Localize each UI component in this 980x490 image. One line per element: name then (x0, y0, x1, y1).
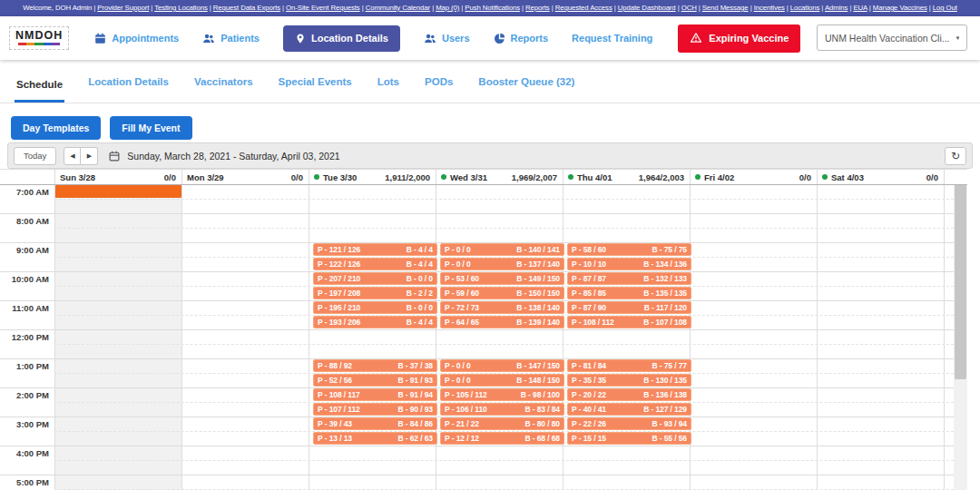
appointment-event[interactable]: P - 122 / 126B - 4 / 4 (313, 258, 437, 270)
appointment-event[interactable]: P - 88 / 92B - 37 / 38 (313, 359, 437, 372)
topbar-link-community-calendar[interactable]: Community Calendar (366, 4, 430, 12)
appointment-event[interactable]: P - 22 / 26B - 93 / 94 (567, 417, 691, 430)
tab-request-training[interactable]: Request Training (572, 33, 652, 44)
subtab-vaccinators[interactable]: Vaccinators (192, 76, 255, 103)
topbar-link-manage-vaccines[interactable]: Manage Vaccines (873, 4, 927, 12)
appointment-event[interactable]: P - 85 / 85B - 135 / 135 (567, 287, 691, 299)
topbar-link-request-data-exports[interactable]: Request Data Exports (213, 4, 280, 12)
appointment-event[interactable]: P - 121 / 126B - 4 / 4 (313, 243, 437, 256)
fill-my-event-button[interactable]: Fill My Event (110, 116, 191, 140)
day-header-tue-3-30[interactable]: Tue 3/301,911/2,000 (309, 170, 436, 184)
tab-patients[interactable]: Patients (202, 33, 260, 44)
chevron-left-icon[interactable]: ◀ (64, 147, 81, 165)
appointment-event[interactable]: P - 0 / 0B - 147 / 150 (440, 359, 564, 372)
event-primary-count: P - 122 / 126 (318, 259, 360, 270)
appointment-event[interactable]: P - 21 / 22B - 80 / 80 (440, 417, 564, 430)
warning-triangle-icon (690, 32, 702, 45)
topbar-link-requested-access[interactable]: Requested Access (555, 4, 612, 12)
day-name-text: Sat 4/03 (831, 172, 864, 182)
day-count: 0/0 (799, 172, 811, 182)
topbar-link-och[interactable]: OCH (681, 4, 697, 12)
day-header-thu-4-01[interactable]: Thu 4/011,964/2,003 (563, 170, 690, 184)
subtab-location-details[interactable]: Location Details (86, 76, 171, 103)
appointment-event[interactable]: P - 72 / 73B - 138 / 140 (440, 301, 564, 314)
appointment-event[interactable]: P - 15 / 15B - 55 / 56 (567, 432, 691, 445)
appointment-event[interactable]: P - 81 / 84B - 75 / 77 (567, 359, 691, 372)
blocked-slot-event[interactable] (55, 185, 181, 198)
event-booster-count: B - 139 / 140 (516, 317, 560, 328)
day-header-sat-4-03[interactable]: Sat 4/030/0 (817, 170, 944, 184)
expiring-vaccine-button[interactable]: Expiring Vaccine (678, 24, 800, 53)
half-hour-line (54, 344, 967, 345)
topbar-link-update-dashboard[interactable]: Update Dashboard (618, 4, 676, 12)
topbar-link-reports[interactable]: Reports (525, 4, 550, 12)
appointment-event[interactable]: P - 105 / 112B - 98 / 100 (440, 388, 564, 401)
appointment-event[interactable]: P - 193 / 206B - 4 / 4 (313, 316, 437, 328)
topbar-link-provider-support[interactable]: Provider Support (97, 4, 149, 12)
topbar-link-log-out[interactable]: Log Out (933, 4, 957, 12)
vertical-scrollbar[interactable] (954, 170, 967, 490)
appointment-event[interactable]: P - 39 / 43B - 84 / 86 (313, 417, 437, 430)
topbar-link-admins[interactable]: Admins (825, 4, 848, 12)
appointment-event[interactable]: P - 0 / 0B - 137 / 140 (440, 258, 564, 270)
appointment-event[interactable]: P - 106 / 110B - 83 / 84 (440, 403, 564, 416)
header-column-border (563, 170, 564, 184)
day-count: 1,964/2,003 (639, 172, 684, 182)
topbar-link-on-site-event-requests[interactable]: On-Site Event Requests (286, 4, 359, 12)
nmdoh-logo: NMDOH (9, 26, 69, 50)
event-booster-count: B - 132 / 133 (643, 273, 687, 284)
appointment-event[interactable]: P - 12 / 12B - 68 / 68 (440, 432, 564, 445)
appointment-event[interactable]: P - 108 / 117B - 91 / 94 (313, 388, 437, 401)
subtab-booster-queue-32[interactable]: Booster Queue (32) (476, 76, 576, 103)
day-header-sun-3-28[interactable]: Sun 3/280/0 (54, 170, 181, 184)
link-separator: | (848, 4, 853, 12)
appointment-event[interactable]: P - 20 / 22B - 136 / 138 (567, 388, 691, 401)
refresh-button[interactable]: ↻ (945, 147, 966, 165)
chevron-right-icon[interactable]: ▶ (81, 147, 98, 165)
tab-appointments[interactable]: Appointments (94, 33, 179, 44)
day-templates-button[interactable]: Day Templates (11, 116, 101, 140)
tab-reports[interactable]: Reports (494, 33, 549, 44)
topbar-link-send-message[interactable]: Send Message (702, 4, 749, 12)
appointment-event[interactable]: P - 108 / 112B - 107 / 108 (567, 316, 691, 328)
clinic-select[interactable]: UNM Health Vaccination Cli... ▼ (817, 24, 967, 51)
today-button[interactable]: Today (14, 147, 56, 165)
tab-users[interactable]: Users (424, 33, 470, 44)
date-toolbar: Today ◀ ▶ Sunday, March 28, 2021 - Satur… (7, 142, 973, 169)
appointment-event[interactable]: P - 58 / 60B - 75 / 75 (567, 243, 691, 256)
appointment-event[interactable]: P - 207 / 210B - 0 / 0 (313, 272, 437, 285)
appointment-event[interactable]: P - 52 / 56B - 91 / 93 (313, 374, 437, 387)
topbar-link-eua[interactable]: EUA (853, 4, 867, 12)
day-header-wed-3-31[interactable]: Wed 3/311,969/2,007 (436, 170, 563, 184)
appointment-event[interactable]: P - 53 / 60B - 149 / 150 (440, 272, 564, 285)
event-booster-count: B - 4 / 4 (407, 259, 433, 270)
day-header-mon-3-29[interactable]: Mon 3/290/0 (181, 170, 309, 184)
appointment-event[interactable]: P - 87 / 87B - 132 / 133 (567, 272, 691, 285)
appointment-event[interactable]: P - 197 / 208B - 2 / 2 (313, 287, 437, 299)
appointment-event[interactable]: P - 195 / 210B - 0 / 0 (313, 301, 437, 314)
topbar-link-map-0[interactable]: Map (0) (436, 4, 459, 12)
appointment-event[interactable]: P - 40 / 41B - 127 / 129 (567, 403, 691, 416)
subtab-lots[interactable]: Lots (376, 76, 401, 103)
topbar-link-push-notifications[interactable]: Push Notifications (465, 4, 520, 12)
appointment-event[interactable]: P - 13 / 13B - 62 / 63 (313, 432, 437, 445)
event-booster-count: B - 135 / 135 (643, 288, 687, 299)
appointment-event[interactable]: P - 87 / 90B - 117 / 120 (567, 301, 691, 314)
appointment-event[interactable]: P - 107 / 112B - 90 / 93 (313, 403, 437, 416)
day-name: Mon 3/29 (187, 172, 224, 182)
topbar-link-testing-locations[interactable]: Testing Locations (154, 4, 208, 12)
appointment-event[interactable]: P - 0 / 0B - 140 / 141 (440, 243, 564, 256)
subtab-special-events[interactable]: Special Events (277, 76, 354, 103)
appointment-event[interactable]: P - 0 / 0B - 148 / 150 (440, 374, 564, 387)
tab-location-details[interactable]: Location Details (283, 25, 400, 52)
day-header-fri-4-02[interactable]: Fri 4/020/0 (690, 170, 817, 184)
topbar-link-incentives[interactable]: Incentives (754, 4, 785, 12)
appointment-event[interactable]: P - 10 / 10B - 134 / 136 (567, 258, 691, 270)
topbar-link-locations[interactable]: Locations (790, 4, 819, 12)
scrollbar-thumb[interactable] (955, 171, 966, 379)
appointment-event[interactable]: P - 64 / 65B - 139 / 140 (440, 316, 564, 328)
appointment-event[interactable]: P - 59 / 60B - 150 / 150 (440, 287, 564, 299)
appointment-event[interactable]: P - 35 / 35B - 130 / 135 (567, 374, 691, 387)
subtab-pods[interactable]: PODs (423, 76, 455, 103)
subtab-schedule[interactable]: Schedule (15, 79, 64, 103)
